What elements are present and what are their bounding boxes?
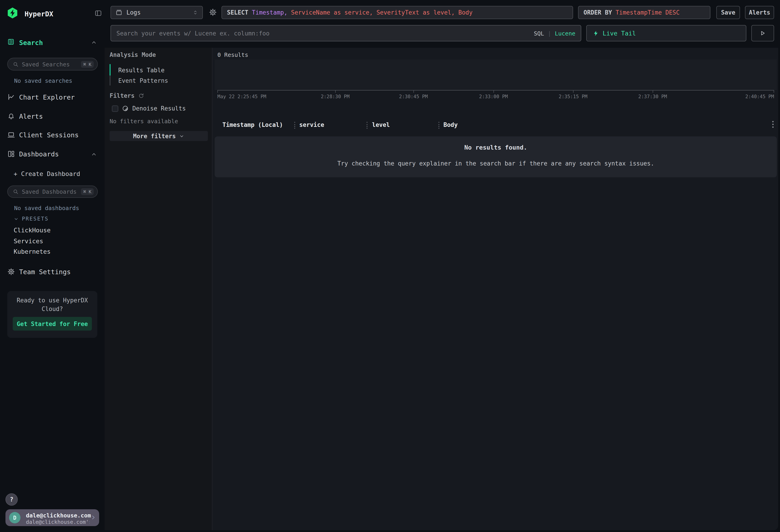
axis-tick-label: 2:37:30 PM <box>638 94 667 99</box>
empty-state-hint: Try checking the query explainer in the … <box>215 160 777 167</box>
saved-searches-search[interactable]: ⌘ K <box>7 58 98 70</box>
saved-dashboards-search[interactable]: ⌘ K <box>7 186 98 198</box>
results-count: 0 Results <box>217 51 248 58</box>
column-divider[interactable] <box>367 122 368 129</box>
order-by-input[interactable]: ORDER BY TimestampTime DESC <box>578 6 711 19</box>
logs-source-icon <box>115 9 123 16</box>
source-settings-gear-icon[interactable] <box>209 8 217 16</box>
sidebar-item-clickhouse[interactable]: ClickHouse <box>14 227 51 234</box>
axis-tick-label: 2:40:45 PM <box>745 94 774 99</box>
source-selector-value: Logs <box>127 9 189 16</box>
sidebar-item-services[interactable]: Services <box>14 237 43 245</box>
cloud-promo-line2: Cloud? <box>7 305 97 312</box>
run-query-button[interactable] <box>751 25 774 41</box>
sql-select-keyword: SELECT <box>227 9 252 16</box>
sidebar-item-label: Client Sessions <box>19 132 79 139</box>
denoise-checkbox[interactable] <box>112 105 118 112</box>
mode-results-table[interactable]: Results Table <box>118 67 165 74</box>
axis-tick-label: 2:35:15 PM <box>559 94 587 99</box>
sidebar-item-label: Alerts <box>19 113 43 120</box>
column-divider[interactable] <box>294 122 295 129</box>
denoise-filter-row: Denoise Results <box>112 105 186 112</box>
app-root: HyperDX Search ⌘ K No saved searches <box>0 0 780 532</box>
presets-label: PRESETS <box>22 215 49 222</box>
active-mode-indicator <box>110 64 110 76</box>
sidebar-item-chart-explorer[interactable]: Chart Explorer <box>0 92 105 103</box>
event-search-bar[interactable]: SQL | Lucene <box>110 25 581 41</box>
create-dashboard-button[interactable]: + Create Dashboard <box>14 170 80 177</box>
no-filters-note: No filters available <box>110 118 178 125</box>
lang-toggle-lucene[interactable]: Lucene <box>555 30 575 37</box>
chevron-down-icon <box>180 134 184 139</box>
sidebar-item-kubernetes[interactable]: Kubernetes <box>14 248 51 255</box>
filters-header: Filters <box>110 92 144 99</box>
saved-searches-input[interactable] <box>22 61 81 67</box>
dashboards-icon <box>7 150 15 158</box>
save-button[interactable]: Save <box>716 6 740 19</box>
lightning-bolt-icon <box>593 30 598 37</box>
more-filters-button[interactable]: More filters <box>110 131 208 141</box>
hyperdx-logo-icon <box>7 7 18 19</box>
axis-tick <box>573 90 574 93</box>
no-saved-searches-note: No saved searches <box>14 77 72 84</box>
presets-toggle[interactable]: PRESETS <box>14 215 49 222</box>
axis-tick <box>217 90 218 93</box>
select-clause-input[interactable]: SELECT Timestamp, ServiceName as service… <box>222 6 573 19</box>
sidebar-collapse-icon[interactable] <box>95 9 102 17</box>
axis-tick-label: 2:28:30 PM <box>321 94 349 99</box>
sql-orderby-value: TimestampTime DESC <box>616 9 680 16</box>
chevron-up-icon[interactable] <box>91 151 97 157</box>
source-selector[interactable]: Logs <box>110 6 203 19</box>
help-button[interactable]: ? <box>5 493 18 505</box>
play-icon <box>760 30 766 36</box>
axis-tick-label: 2:30:45 PM <box>399 94 428 99</box>
sql-orderby-keyword: ORDER BY <box>584 9 616 16</box>
user-menu[interactable]: D dale@clickhouse.com dale@clickhouse.co… <box>5 509 99 526</box>
search-icon <box>13 61 19 67</box>
filters-title: Filters <box>110 92 135 99</box>
time-axis <box>217 90 774 91</box>
table-options-kebab-icon[interactable] <box>772 121 774 128</box>
axis-tick-label: May 22 2:25:45 PM <box>217 94 266 99</box>
axis-tick <box>774 90 774 93</box>
histogram-plot[interactable] <box>215 59 777 90</box>
alerts-button[interactable]: Alerts <box>745 6 774 19</box>
no-saved-dashboards-note: No saved dashboards <box>14 205 79 211</box>
denoise-icon <box>122 105 129 112</box>
search-icon <box>13 189 19 195</box>
updown-chevron-icon <box>193 9 198 15</box>
lang-toggle-sql[interactable]: SQL <box>534 30 544 37</box>
saved-dashboards-input[interactable] <box>22 188 81 195</box>
chevron-up-icon[interactable] <box>91 40 97 45</box>
column-header-service[interactable]: service <box>299 122 324 128</box>
column-header-timestamp[interactable]: Timestamp (Local) <box>223 122 283 128</box>
mode-event-patterns[interactable]: Event Patterns <box>118 77 168 84</box>
column-divider[interactable] <box>438 122 439 129</box>
denoise-label: Denoise Results <box>132 105 186 112</box>
mode-track <box>110 64 110 86</box>
user-team: dale@clickhouse.com's <box>26 519 90 525</box>
chevron-right-icon <box>90 514 96 521</box>
column-header-body[interactable]: Body <box>443 122 458 128</box>
live-tail-button[interactable]: Live Tail <box>586 25 746 41</box>
sidebar-item-alerts[interactable]: Alerts <box>0 111 105 122</box>
sidebar-item-search[interactable]: Search <box>7 38 97 47</box>
app-title: HyperDX <box>25 10 53 18</box>
column-header-level[interactable]: level <box>372 122 390 128</box>
cloud-promo-line1: Ready to use HyperDX <box>7 297 97 304</box>
sidebar-item-label: Dashboards <box>19 150 59 158</box>
sidebar-item-dashboards[interactable]: Dashboards <box>0 149 105 160</box>
live-tail-label: Live Tail <box>603 30 636 37</box>
content-area: Analysis Mode Results Table Event Patter… <box>105 48 778 530</box>
sql-body-token: Body <box>458 9 473 16</box>
axis-tick <box>493 90 494 93</box>
event-search-input[interactable] <box>116 30 530 37</box>
refresh-icon[interactable] <box>138 93 144 99</box>
get-started-button[interactable]: Get Started for Free <box>13 317 92 331</box>
topbar: Logs SELECT Timestamp, ServiceName as se… <box>105 0 780 48</box>
sidebar-item-label: Search <box>19 39 43 46</box>
sidebar-item-team-settings[interactable]: Team Settings <box>0 267 105 277</box>
chevron-down-icon <box>14 216 19 221</box>
axis-tick-label: 2:33:00 PM <box>479 94 508 99</box>
sidebar-item-client-sessions[interactable]: Client Sessions <box>0 130 105 141</box>
